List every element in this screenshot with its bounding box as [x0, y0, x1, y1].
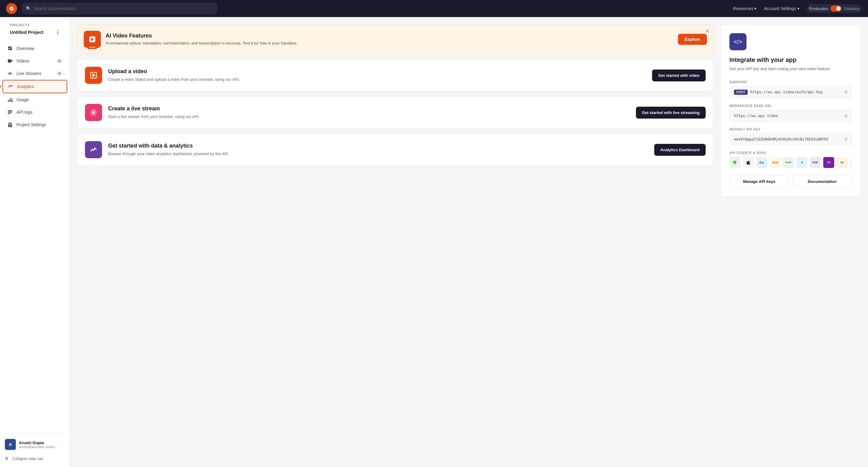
avatar: A — [5, 439, 16, 450]
videos-badge: 3 — [56, 59, 62, 63]
svg-point-4 — [9, 85, 10, 86]
ai-banner-icon: NEW — [84, 31, 101, 48]
get-started-live-button[interactable]: Get started with live streaming — [636, 107, 706, 119]
logo[interactable] — [6, 3, 17, 14]
topnav: 🔍 Resources ▾ Account Settings ▾ Product… — [0, 0, 868, 17]
svg-rect-13 — [8, 112, 12, 113]
topnav-right: Resources ▾ Account Settings ▾ Productio… — [733, 4, 862, 13]
live-streams-badge: 0 — [56, 71, 62, 76]
banner-text: AI Video Features AI-enhanced videos: tr… — [106, 33, 673, 46]
layout: PROJECTS Untitled Project ⋮ Overview — [0, 17, 868, 467]
code-icon: </> — [730, 33, 746, 50]
ai-video-icon — [88, 35, 97, 43]
sidebar-item-api-logs[interactable]: API logs — [2, 106, 67, 118]
live-stream-text: Create a live stream Start a live stream… — [108, 106, 630, 120]
resources-menu[interactable]: Resources ▾ — [733, 6, 757, 11]
env-toggle[interactable]: Production Sandbox — [807, 4, 862, 13]
svg-point-3 — [8, 87, 9, 87]
svg-rect-9 — [9, 99, 10, 102]
sidebar-item-live-streams[interactable]: Live Streams 0 — [2, 67, 67, 80]
svg-point-18 — [92, 111, 95, 114]
sdk-go[interactable]: Go — [756, 157, 767, 168]
live-streams-icon — [7, 71, 13, 76]
usage-icon — [7, 97, 13, 103]
sdk-java[interactable]: Java — [770, 157, 781, 168]
svg-point-25 — [95, 149, 97, 150]
sidebar-nav: Overview Videos 3 Live Streams 0 — [0, 42, 70, 434]
sidebar-bottom: A Arushi Gupta arushi@api.video works...… — [0, 434, 70, 467]
banner-close-button[interactable]: ✕ — [705, 28, 709, 34]
svg-rect-8 — [8, 100, 9, 102]
card-live-stream: Create a live stream Start a live stream… — [78, 96, 713, 129]
svg-point-7 — [12, 86, 13, 87]
copy-api-key-button[interactable]: ⎘ — [845, 137, 847, 142]
documentation-button[interactable]: Documentation — [793, 175, 852, 188]
svg-point-22 — [92, 149, 93, 150]
manage-api-keys-button[interactable]: Manage API keys — [730, 175, 789, 188]
sdk-apple[interactable] — [743, 157, 754, 168]
svg-rect-10 — [11, 98, 11, 102]
svg-rect-14 — [8, 113, 11, 114]
sidebar-item-overview[interactable]: Overview — [2, 42, 67, 55]
upload-video-text: Upload a video Create a video object and… — [108, 68, 646, 83]
project-name: Untitled Project — [10, 30, 43, 35]
svg-point-21 — [90, 150, 92, 151]
sidebar-item-usage[interactable]: Usage — [2, 94, 67, 106]
svg-rect-11 — [12, 100, 13, 102]
explore-button[interactable]: Explore — [678, 34, 707, 45]
panel-actions: Manage API keys Documentation — [730, 175, 852, 188]
get-started-video-button[interactable]: Get started with video — [652, 69, 706, 81]
overview-icon — [7, 46, 13, 51]
arrow-annotation — [0, 85, 1, 88]
svg-point-23 — [93, 150, 94, 151]
live-stream-icon — [85, 104, 102, 121]
new-badge: NEW — [88, 46, 97, 49]
svg-point-5 — [10, 86, 11, 87]
ai-banner: NEW AI Video Features AI-enhanced videos… — [78, 24, 713, 54]
sdks-row: Go Java Node ⚛ PHP C# Py › — [730, 157, 852, 168]
collapse-nav-button[interactable]: Collapse side nav — [5, 455, 65, 462]
sidebar: PROJECTS Untitled Project ⋮ Overview — [0, 17, 70, 467]
webservice-field: https://ws.api.video ⎘ — [730, 110, 852, 122]
projects-label: PROJECTS — [5, 23, 65, 28]
card-analytics: Get started with data & analytics Browse… — [78, 134, 713, 166]
chevron-down-icon: ▾ — [754, 6, 756, 11]
upload-video-icon — [85, 67, 102, 84]
sdk-node[interactable]: Node — [783, 157, 794, 168]
project-settings-icon — [7, 122, 13, 127]
project-name-row: Untitled Project ⋮ — [5, 28, 65, 40]
sdk-csharp[interactable]: C# — [823, 157, 834, 168]
sdk-react[interactable]: ⚛ — [797, 157, 807, 168]
right-panel: </> Integrate with your app Get your API… — [721, 24, 861, 197]
analytics-dashboard-button[interactable]: Analytics Dashboard — [654, 144, 706, 156]
card-upload-video: Upload a video Create a video object and… — [78, 59, 713, 91]
sidebar-user: A Arushi Gupta arushi@api.video works... — [5, 439, 65, 450]
account-settings-menu[interactable]: Account Settings ▾ — [764, 6, 799, 11]
copy-endpoint-button[interactable]: ⎘ — [845, 90, 847, 94]
svg-point-24 — [94, 148, 95, 149]
center-column: NEW AI Video Features AI-enhanced videos… — [78, 24, 713, 460]
analytics-card-icon — [85, 141, 102, 158]
api-key-field: meV6tOppqT1QZGNd8dMjm54U2hckOtBi7BC03udW… — [730, 134, 852, 145]
main-content: NEW AI Video Features AI-enhanced videos… — [70, 17, 868, 467]
sidebar-item-videos[interactable]: Videos 3 — [2, 55, 67, 67]
api-logs-icon — [7, 110, 13, 115]
user-info: Arushi Gupta arushi@api.video works... — [19, 440, 57, 449]
svg-point-6 — [11, 85, 12, 86]
sdk-python[interactable]: Py — [837, 157, 847, 168]
post-badge: POST — [734, 90, 748, 95]
chevron-down-icon: ▾ — [797, 6, 800, 11]
sidebar-item-project-settings[interactable]: Project Settings — [2, 119, 67, 131]
search-input[interactable] — [33, 6, 213, 11]
videos-icon — [7, 58, 13, 64]
sdk-more[interactable]: › — [850, 157, 852, 168]
search-bar[interactable]: 🔍 — [22, 3, 217, 14]
env-switch[interactable] — [831, 5, 841, 11]
sdk-android[interactable] — [730, 157, 740, 168]
project-menu-button[interactable]: ⋮ — [56, 29, 60, 35]
svg-rect-12 — [8, 110, 12, 111]
sdk-php[interactable]: PHP — [810, 157, 821, 168]
endpoint-field: POST https://ws.api.video/auth/api-key ⎘ — [730, 86, 852, 98]
copy-webservice-button[interactable]: ⎘ — [845, 113, 847, 118]
sidebar-item-analytics[interactable]: Analytics — [2, 80, 67, 93]
